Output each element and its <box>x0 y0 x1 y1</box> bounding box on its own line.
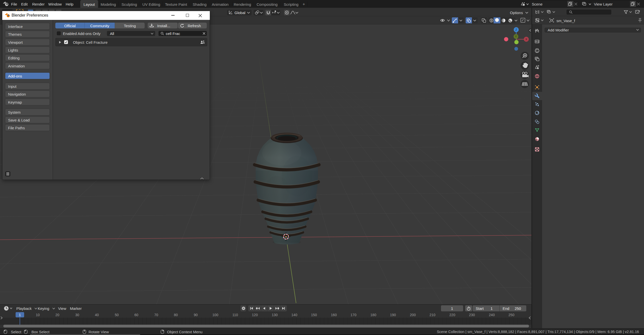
svg-text:X: X <box>525 38 527 41</box>
svg-text:Y: Y <box>515 35 517 38</box>
svg-text:Z: Z <box>515 28 517 31</box>
